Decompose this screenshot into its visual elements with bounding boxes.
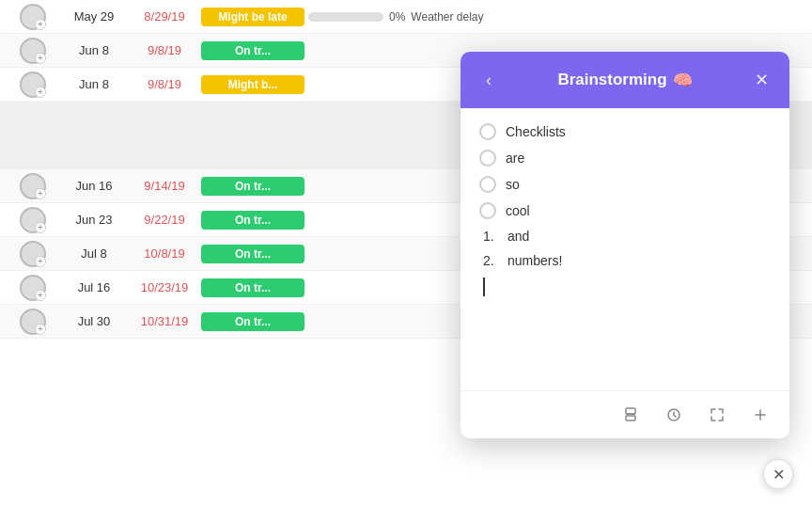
progress-label: 0% (389, 10, 405, 24)
checklist-label: Checklists (506, 124, 566, 139)
avatar-cell (0, 38, 56, 64)
modal-emoji: 🧠 (673, 71, 693, 90)
date-cell: Jun 16 (56, 179, 132, 193)
avatar-cell (0, 275, 56, 301)
numbered-item: 1. and (479, 229, 771, 244)
avatar (20, 275, 46, 301)
checkbox[interactable] (479, 150, 496, 167)
date-cell: Jun 8 (56, 43, 132, 57)
numbered-text: and (508, 229, 529, 244)
modal-header: ‹ Brainstorming 🧠 ✕ (461, 52, 789, 108)
checkbox[interactable] (479, 176, 496, 193)
avatar (20, 4, 46, 30)
avatar (20, 241, 46, 267)
date-cell: Jun 8 (56, 77, 132, 91)
table-row: May 29 8/29/19 Might be late 0% Weather … (0, 0, 812, 34)
status-badge[interactable]: On tr... (201, 177, 304, 196)
history-button[interactable] (660, 401, 688, 429)
avatar-cell (0, 173, 56, 199)
svg-rect-1 (626, 416, 635, 421)
checklist-label: cool (506, 203, 530, 218)
status-badge[interactable]: On tr... (201, 41, 304, 60)
svg-point-2 (633, 414, 635, 416)
status-badge[interactable]: On tr... (201, 211, 304, 230)
svg-rect-0 (626, 408, 635, 414)
status-badge[interactable]: Might b... (201, 75, 304, 94)
avatar-cell (0, 207, 56, 233)
modal-title-text: Brainstorming (557, 71, 666, 89)
expand-button[interactable] (703, 401, 731, 429)
checkbox[interactable] (479, 202, 496, 219)
date-cell: Jul 30 (56, 314, 132, 328)
print-button[interactable] (617, 401, 645, 429)
checklist-item: cool (479, 202, 771, 219)
modal-prev-button[interactable]: ‹ (476, 67, 502, 93)
checklist-item: so (479, 176, 771, 193)
status-badge[interactable]: On tr... (201, 278, 304, 297)
number-label: 2. (483, 253, 500, 268)
due-cell: 9/8/19 (132, 77, 197, 91)
modal-close-button[interactable]: ✕ (748, 67, 774, 93)
progress-bar (308, 12, 383, 22)
date-cell: Jul 8 (56, 246, 132, 261)
checklist-item: Checklists (479, 123, 771, 140)
checklist-item: are (479, 150, 771, 167)
avatar (20, 71, 46, 98)
numbered-text: numbers! (508, 253, 562, 268)
text-cursor (483, 278, 485, 296)
number-label: 1. (483, 229, 500, 244)
avatar (20, 207, 46, 233)
avatar-cell (0, 71, 56, 98)
due-cell: 9/22/19 (132, 213, 197, 227)
due-cell: 9/8/19 (132, 43, 197, 57)
avatar-cell (0, 309, 56, 335)
date-cell: May 29 (56, 9, 132, 24)
close-fab-button[interactable]: ✕ (763, 459, 793, 489)
add-button[interactable] (746, 401, 774, 429)
weather-delay-text: Weather delay (411, 10, 483, 24)
due-cell: 8/29/19 (132, 9, 197, 24)
checklist-label: so (506, 177, 520, 192)
checklist-label: are (506, 151, 524, 166)
brainstorming-modal: ‹ Brainstorming 🧠 ✕ Checklists are so co… (461, 52, 789, 438)
modal-footer (461, 390, 789, 438)
due-cell: 10/8/19 (132, 246, 197, 261)
date-cell: Jun 23 (56, 213, 132, 227)
modal-title: Brainstorming 🧠 (557, 71, 692, 90)
due-cell: 10/31/19 (132, 314, 197, 328)
modal-body: Checklists are so cool 1. and 2. numbers… (461, 108, 789, 390)
due-cell: 9/14/19 (132, 179, 197, 193)
checkbox[interactable] (479, 123, 496, 140)
numbered-item: 2. numbers! (479, 253, 771, 268)
avatar (20, 173, 46, 199)
avatar (20, 309, 46, 335)
avatar-cell (0, 4, 56, 30)
progress-area: 0% Weather delay (308, 10, 484, 24)
date-cell: Jul 16 (56, 280, 132, 294)
status-badge[interactable]: On tr... (201, 245, 304, 263)
status-badge[interactable]: Might be late (201, 8, 304, 26)
status-badge[interactable]: On tr... (201, 312, 304, 331)
due-cell: 10/23/19 (132, 280, 197, 294)
avatar (20, 38, 46, 64)
avatar-cell (0, 241, 56, 267)
